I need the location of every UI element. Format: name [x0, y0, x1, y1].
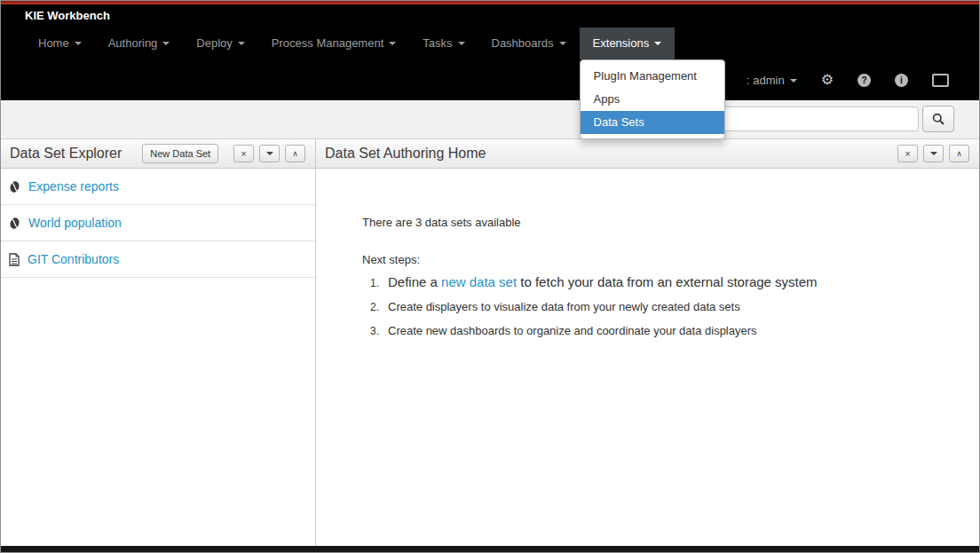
step-text: Create new dashboards to organize and co… [388, 324, 757, 337]
data-set-explorer-panel: Data Set Explorer New Data Set × ∧ Expen… [1, 139, 316, 546]
window-bottom-edge [1, 546, 979, 552]
nav-item-home[interactable]: Home [25, 28, 95, 59]
settings-gear-icon[interactable]: ⚙ [821, 73, 834, 87]
secondary-toolbar [1, 100, 979, 139]
menu-item-plugin-management[interactable]: PlugIn Management [581, 65, 724, 88]
home-close-button[interactable]: × [897, 145, 918, 162]
menu-item-data-sets[interactable]: Data Sets [581, 111, 724, 134]
home-collapse-button[interactable]: ∧ [949, 145, 969, 162]
app-header: KIE Workbench [1, 4, 979, 28]
main-content: Data Set Explorer New Data Set × ∧ Expen… [1, 139, 979, 546]
explorer-menu-button[interactable] [259, 145, 280, 162]
step-number: 3. [370, 325, 388, 337]
datasets-available-text: There are 3 data sets available [362, 216, 944, 229]
nav-item-tasks[interactable]: Tasks [409, 28, 478, 59]
step-number: 1. [370, 277, 388, 289]
home-panel-title: Data Set Authoring Home [325, 146, 486, 162]
caret-down-icon [389, 42, 396, 45]
bean-icon [9, 180, 20, 194]
new-data-set-button[interactable]: New Data Set [142, 144, 218, 163]
kie-workbench-window: KIE Workbench Home Authoring Deploy Proc… [0, 0, 980, 553]
step-item-1: 1. Define a new data set to fetch your d… [362, 274, 944, 289]
menu-item-label: Apps [594, 92, 620, 106]
nav-label: Extensions [593, 36, 650, 50]
chevron-up-icon: ∧ [292, 150, 298, 158]
caret-down-icon [654, 42, 661, 45]
caret-down-icon [790, 79, 797, 83]
caret-down-icon [930, 152, 937, 155]
menu-item-apps[interactable]: Apps [581, 88, 724, 111]
step-text: Define a new data set to fetch your data… [388, 274, 818, 289]
explorer-close-button[interactable]: × [233, 145, 254, 162]
new-data-set-link[interactable]: new data set [441, 274, 517, 289]
extensions-dropdown-menu: PlugIn Management Apps Data Sets [580, 59, 725, 139]
nav-label: Deploy [196, 36, 232, 50]
nav-item-process-management[interactable]: Process Management [258, 28, 409, 59]
user-bar: : admin ⚙ ? i [1, 59, 979, 100]
dataset-item-git-contributors[interactable]: GIT Contributors [1, 241, 315, 278]
dataset-item-expense-reports[interactable]: Expense reports [1, 169, 315, 205]
dataset-item-world-population[interactable]: World population [1, 205, 315, 241]
caret-down-icon [238, 42, 245, 45]
search-button[interactable] [922, 106, 954, 132]
data-set-authoring-home-panel: Data Set Authoring Home × ∧ There are 3 … [316, 139, 979, 546]
explorer-panel-title: Data Set Explorer [10, 146, 122, 162]
menu-item-label: PlugIn Management [594, 69, 697, 83]
user-menu-toggle[interactable]: : admin [747, 74, 797, 87]
app-title: KIE Workbench [25, 9, 110, 22]
menu-item-label: Data Sets [594, 115, 644, 129]
step-text: Create displayers to visualize data from… [388, 300, 740, 313]
dataset-label: Expense reports [28, 179, 119, 194]
caret-down-icon [75, 42, 82, 45]
close-icon: × [241, 146, 246, 162]
nav-item-authoring[interactable]: Authoring [95, 28, 184, 59]
step-text-pre: Define a [388, 274, 441, 289]
user-label: : admin [747, 74, 785, 87]
explorer-panel-header: Data Set Explorer New Data Set × ∧ [1, 139, 315, 169]
step-text-post: to fetch your data from an external stor… [517, 274, 818, 289]
nav-label: Home [38, 36, 69, 50]
dataset-label: GIT Contributors [28, 252, 119, 266]
caret-down-icon [559, 42, 566, 45]
next-steps-label: Next steps: [362, 253, 944, 266]
step-number: 2. [370, 301, 388, 313]
nav-label: Tasks [423, 36, 452, 50]
explorer-collapse-button[interactable]: ∧ [285, 145, 305, 162]
screen-icon[interactable] [932, 74, 949, 87]
caret-down-icon [458, 42, 465, 45]
step-item-3: 3. Create new dashboards to organize and… [362, 324, 944, 337]
info-icon[interactable]: i [895, 74, 908, 87]
main-nav: Home Authoring Deploy Process Management… [1, 28, 979, 59]
nav-item-dashboards[interactable]: Dashboards [478, 28, 580, 59]
search-icon [932, 113, 944, 125]
nav-item-deploy[interactable]: Deploy [183, 28, 257, 59]
bean-icon [9, 217, 20, 230]
caret-down-icon [266, 152, 273, 155]
close-icon: × [905, 146, 910, 162]
dataset-label: World population [28, 216, 122, 230]
step-item-2: 2. Create displayers to visualize data f… [362, 300, 944, 313]
file-icon [9, 253, 20, 266]
home-panel-body: There are 3 data sets available Next ste… [316, 169, 979, 348]
chevron-up-icon: ∧ [956, 150, 962, 158]
nav-label: Dashboards [492, 36, 554, 50]
help-icon[interactable]: ? [858, 74, 871, 87]
caret-down-icon [162, 42, 170, 45]
home-menu-button[interactable] [923, 145, 944, 162]
nav-label: Process Management [272, 36, 383, 50]
home-panel-header: Data Set Authoring Home × ∧ [316, 139, 979, 169]
dataset-list: Expense reports World population GIT Con… [1, 169, 315, 278]
nav-item-extensions[interactable]: Extensions PlugIn Management Apps Data S… [580, 28, 676, 59]
nav-label: Authoring [108, 36, 158, 50]
